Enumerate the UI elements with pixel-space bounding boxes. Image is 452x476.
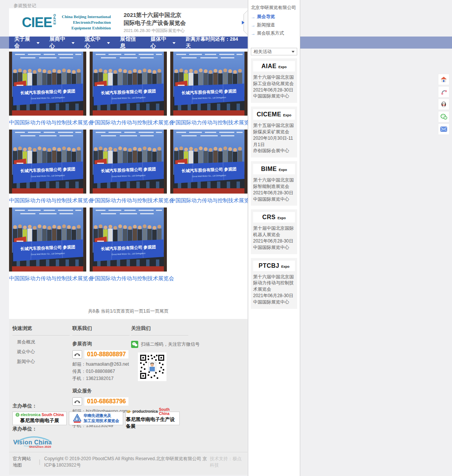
mail-icon: [440, 127, 447, 132]
site-logo[interactable]: CIEE EXPO China Beijing International El…: [22, 14, 111, 31]
pagination-summary: 共8条 当前1/1页: [88, 308, 121, 314]
quick-link-overview[interactable]: 展会概况: [17, 339, 70, 345]
caret-down-icon: [37, 42, 40, 44]
nav-item-media[interactable]: 媒体中心: [151, 36, 176, 49]
expo-card[interactable]: PTCBJExpo 第十六届中国北京国际动力传动与控制技术展览会 2021年06…: [251, 258, 297, 309]
nav-item-venue[interactable]: 展馆信息: [120, 36, 140, 49]
sidebar-link-news[interactable]: →新闻报道: [251, 22, 297, 28]
phone-button[interactable]: [438, 86, 449, 98]
gallery-photo[interactable]: 长城汽车股份有限公司 参观团 Great Wall Motor Co., Ltd…: [9, 130, 86, 194]
exhibition-title-line2: 国际电子生产设备展览会: [124, 19, 186, 27]
gallery-caption[interactable]: 中国国际动力传动与控制技术展览会: [9, 116, 86, 130]
nav-label: 展馆信息: [120, 36, 140, 49]
qq-icon: [440, 101, 447, 108]
gallery-caption[interactable]: 中国国际动力传动与控制技术展览会: [90, 116, 167, 130]
expo-date: 2020年10月30日-11月1日: [253, 135, 295, 148]
expo-card[interactable]: AIAEExpo 第十六届中国北京国际工业自动化展览会 2021年06月28-3…: [251, 58, 297, 103]
pagination-last[interactable]: 尾页: [159, 308, 168, 314]
expo-logo-suffix: Expo: [279, 168, 287, 172]
gallery-item[interactable]: 长城汽车股份有限公司 参观团 Great Wall Motor Co., Ltd…: [90, 52, 167, 130]
brand-name: electronica: [21, 413, 41, 417]
exhibitor-phone-number[interactable]: 010-88808897: [84, 350, 128, 359]
expo-card[interactable]: BIMEExpo 第十六届中国北京国际智能制造展览会 2021年06月28-30…: [251, 161, 297, 206]
contact-group-label: 观众服务: [72, 388, 130, 394]
expo-logo: PTCBJExpo: [253, 261, 295, 271]
copyright-text: Copyright © 2019-2020 PbootCMS All Right…: [44, 456, 210, 468]
expo-date: 2021年06月28-30日: [253, 293, 295, 299]
tech-support-text: 技术支持：极点科技: [210, 456, 244, 468]
nav-label: 媒体中心: [151, 36, 171, 49]
nav-item-visitor[interactable]: 观众中心: [85, 36, 110, 49]
expo-date: 2021年06月28-30日: [253, 190, 295, 196]
exhibitor-fax: 传真：010-88808867: [72, 368, 130, 375]
related-activities-select[interactable]: 相关活动: [251, 48, 297, 55]
laser-triangle-icon: [73, 414, 81, 423]
logo-english-name: China Beijing International ElectronicPr…: [62, 14, 111, 31]
host-logo-productronica[interactable]: productronica South China 慕尼黑华南电子生产设备展: [125, 412, 180, 425]
arrow-right-icon: →: [251, 23, 255, 28]
nav-item-about[interactable]: 关于展会: [14, 36, 40, 49]
mail-button[interactable]: [438, 124, 449, 135]
gallery-photo[interactable]: 长城汽车股份有限公司 参观团 Great Wall Motor Co., Ltd…: [9, 52, 86, 116]
gallery-item[interactable]: 长城汽车股份有限公司 参观团 Great Wall Motor Co., Ltd…: [90, 207, 167, 285]
gallery-photo[interactable]: 长城汽车股份有限公司 参观团 Great Wall Motor Co., Ltd…: [9, 207, 86, 272]
expo-logo-suffix: Expo: [278, 65, 287, 69]
sidebar-link-guide[interactable]: →展会导览: [251, 14, 297, 20]
expo-venue: 亦创国际会展中心: [253, 148, 295, 154]
gallery-caption[interactable]: 中国国际动力传动与控制技术展览会: [90, 194, 167, 207]
gallery-caption[interactable]: 中国国际动力传动与控制技术展览会: [9, 194, 86, 207]
logo-en-line3: Equipment Exhibition: [62, 25, 111, 31]
footer-follow: 关注我们 扫描二维码，关注官方微信号: [131, 325, 244, 381]
expo-name: 第十六届中国北京国际工业自动化展览会: [253, 74, 295, 87]
exhibition-date-venue: 2021.06.28-30 中国国际展览中心: [124, 28, 186, 34]
gallery-photo[interactable]: 长城汽车股份有限公司 参观团 Great Wall Motor Co., Ltd…: [170, 130, 247, 194]
gallery-caption[interactable]: 中国国际动力传动与控制技术展览会: [9, 272, 86, 285]
gallery-caption[interactable]: 中国国际动力传动与控制技术展览会: [170, 194, 247, 207]
contact-group-label: 参展咨询: [72, 340, 130, 347]
sidebar-link-contact[interactable]: →展会联系方式: [251, 30, 297, 37]
home-button[interactable]: [438, 74, 449, 85]
caret-down-icon: [173, 42, 176, 44]
exhibitor-mobile: 手机：13621382017: [72, 375, 130, 382]
expo-logo-text: AIAE: [261, 63, 276, 70]
expo-name: 第十六届中国北京国际智能制造展览会: [253, 177, 295, 190]
gallery-photo[interactable]: 长城汽车股份有限公司 参观团 Great Wall Motor Co., Ltd…: [170, 52, 247, 116]
qq-button[interactable]: [438, 99, 449, 110]
vision-china-logo[interactable]: Vision China ShenZhen 2020: [12, 435, 54, 450]
expo-card[interactable]: CRSExpo 第十届中国北京国际机器人展览会 2021年06月28-30日 中…: [251, 209, 297, 254]
gallery-item[interactable]: 长城汽车股份有限公司 参观团 Great Wall Motor Co., Ltd…: [90, 130, 167, 207]
page-footer: 快速浏览 展会概况 观众中心 新闻中心 联系我们 参展咨询 010-888088…: [9, 319, 247, 475]
sitemap-link[interactable]: 官方网站地图: [13, 456, 35, 468]
gallery-photo[interactable]: 长城汽车股份有限公司 参观团 Great Wall Motor Co., Ltd…: [90, 52, 167, 116]
quick-link-news[interactable]: 新闻中心: [17, 359, 70, 365]
pagination-first[interactable]: 首页: [121, 308, 130, 314]
quick-link-visitor[interactable]: 观众中心: [17, 349, 70, 355]
gallery-photo[interactable]: 长城汽车股份有限公司 参观团 Great Wall Motor Co., Ltd…: [90, 130, 167, 194]
gallery-item[interactable]: 长城汽车股份有限公司 参观团 Great Wall Motor Co., Ltd…: [170, 130, 247, 207]
nav-item-exhibitor[interactable]: 展商中心: [50, 36, 75, 49]
gallery-photo[interactable]: 长城汽车股份有限公司 参观团 Great Wall Motor Co., Ltd…: [90, 207, 167, 272]
gallery-item[interactable]: 长城汽车股份有限公司 参观团 Great Wall Motor Co., Ltd…: [170, 52, 247, 130]
gallery-caption[interactable]: 中国国际动力传动与控制技术展览会: [170, 116, 247, 130]
gallery-caption[interactable]: 中国国际动力传动与控制技术展览会: [90, 272, 167, 285]
gallery-item[interactable]: 长城汽车股份有限公司 参观团 Great Wall Motor Co., Ltd…: [9, 130, 86, 207]
wechat-button[interactable]: [438, 111, 449, 122]
organizer-section: 承办单位： Vision China ShenZhen 2020: [12, 426, 54, 450]
host-logo-electronica[interactable]: electronica South China 慕尼黑华南电子展: [12, 412, 67, 425]
exhibitor-email: 邮箱：huamaolian@263.net: [72, 361, 130, 368]
host-cn-name: 慕尼黑华南电子展: [20, 417, 59, 424]
wechat-icon: [440, 113, 447, 120]
pagination-next[interactable]: 后一页: [146, 308, 159, 314]
expo-logo-suffix: Expo: [278, 216, 286, 220]
gallery-item[interactable]: 长城汽车股份有限公司 参观团 Great Wall Motor Co., Ltd…: [9, 52, 86, 130]
caret-down-icon: [107, 42, 110, 44]
expo-logo: AIAEExpo: [253, 61, 295, 72]
expo-logo: CICEMEExpo: [253, 109, 295, 120]
expo-logo-text: CICEME: [257, 111, 281, 118]
pagination-prev[interactable]: 前一页: [130, 308, 144, 314]
gallery-item[interactable]: 长城汽车股份有限公司 参观团 Great Wall Motor Co., Ltd…: [9, 207, 86, 285]
brand-name: productronica: [133, 409, 158, 413]
host-logo-laser[interactable]: 华南先进激光及 加工应用技术展览会: [69, 412, 123, 425]
expo-card[interactable]: CICEMEExpo 第十五届中国北京国际煤炭采矿展览会 2020年10月30日…: [251, 107, 297, 157]
host-cn-name: 慕尼黑华南电子生产设备展: [126, 416, 179, 430]
